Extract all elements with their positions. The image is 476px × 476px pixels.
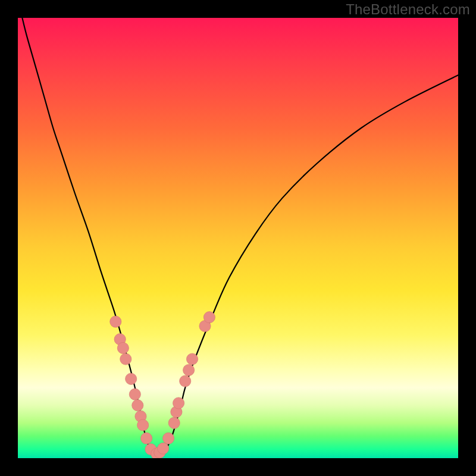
- curve-marker: [158, 443, 169, 454]
- chart-frame: TheBottleneck.com: [0, 0, 476, 476]
- bottleneck-curve: [22, 18, 458, 456]
- curve-marker: [135, 411, 146, 422]
- watermark-text: TheBottleneck.com: [346, 1, 470, 18]
- curve-marker: [162, 433, 174, 444]
- curve-marker: [180, 375, 191, 387]
- curve-marker: [140, 433, 152, 444]
- curve-marker: [171, 406, 182, 418]
- curve-marker: [203, 312, 215, 323]
- curve-marker: [186, 353, 198, 365]
- curve-marker: [132, 400, 143, 411]
- plot-area: [18, 18, 458, 458]
- curve-marker: [126, 373, 137, 384]
- curve-marker: [114, 334, 126, 345]
- curve-marker: [173, 397, 184, 409]
- curve-marker: [154, 447, 165, 458]
- curve-marker: [117, 342, 129, 353]
- curve-marker: [168, 417, 180, 428]
- curve-marker: [137, 419, 149, 431]
- chart-svg: [18, 18, 458, 458]
- curve-marker: [199, 320, 211, 331]
- curve-marker: [145, 444, 156, 455]
- curve-marker: [120, 353, 131, 365]
- curve-marker: [129, 389, 140, 400]
- curve-marker: [151, 448, 162, 458]
- curve-marker: [183, 364, 195, 375]
- curve-markers: [110, 312, 215, 458]
- curve-marker: [110, 316, 121, 327]
